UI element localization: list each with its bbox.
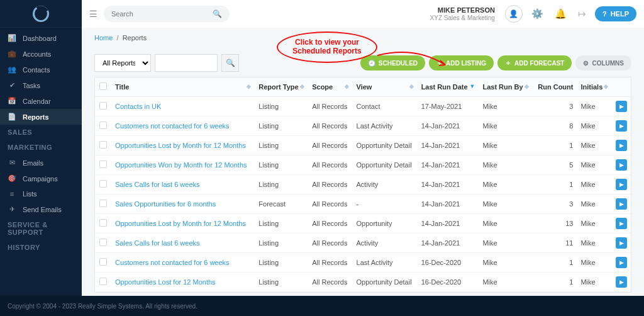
run-report-button[interactable]: ▶ — [616, 257, 627, 268]
cell-date: 14-Jan-2021 — [418, 195, 479, 214]
row-checkbox[interactable] — [99, 219, 107, 227]
cell-view: Opportunity Detail — [353, 155, 418, 175]
run-report-button[interactable]: ▶ — [616, 237, 627, 249]
cell-initials: Mike — [577, 195, 612, 214]
run-report-button[interactable]: ▶ — [616, 276, 627, 288]
sidebar-item-contacts[interactable]: 👥Contacts — [0, 62, 82, 77]
user-info[interactable]: MIKE PETERSON XYZ Sales & Marketing — [430, 6, 495, 21]
search-input[interactable] — [111, 10, 213, 18]
cell-date: 14-Jan-2021 — [418, 234, 479, 253]
col-report-type[interactable]: Report Type◆ — [255, 77, 308, 97]
row-checkbox[interactable] — [99, 141, 107, 149]
filter-search-button[interactable]: 🔍 — [221, 54, 239, 72]
run-report-button[interactable]: ▶ — [616, 198, 627, 210]
cell-initials: Mike — [577, 155, 612, 175]
row-checkbox[interactable] — [99, 239, 107, 246]
cell-view: Last Activity — [353, 116, 418, 136]
report-title-link[interactable]: Sales Calls for last 6 weeks — [115, 181, 200, 188]
report-title-link[interactable]: Opportunities Lost by Month for 12 Month… — [115, 220, 246, 227]
report-title-link[interactable]: Customers not contacted for 6 weeks — [115, 122, 230, 130]
row-checkbox[interactable] — [99, 278, 107, 285]
cell-scope: All Records — [308, 195, 352, 214]
run-report-button[interactable]: ▶ — [616, 101, 627, 112]
sidebar-item-emails[interactable]: ✉Emails — [0, 155, 82, 171]
sidebar-item-accounts[interactable]: 💼Accounts — [0, 46, 82, 62]
mail-icon: ✉ — [8, 159, 16, 167]
cell-type: Listing — [255, 273, 308, 292]
cell-count: 1 — [533, 175, 577, 195]
cell-scope: All Records — [308, 155, 352, 175]
row-checkbox[interactable] — [99, 161, 107, 168]
row-checkbox[interactable] — [99, 200, 107, 207]
sidebar-item-dashboard[interactable]: 📊Dashboard — [0, 30, 82, 46]
cell-scope: All Records — [308, 136, 352, 155]
sidebar-item-reports[interactable]: 📄Reports — [0, 109, 82, 125]
hamburger-icon[interactable]: ☰ — [89, 9, 97, 19]
table-row: Sales Calls for last 6 weeksListingAll R… — [95, 175, 631, 195]
search-icon: 🔍 — [213, 9, 222, 18]
cell-view: Activity — [353, 175, 418, 195]
sidebar-item-lists[interactable]: ≡Lists — [0, 186, 82, 201]
bell-icon[interactable]: 🔔 — [552, 8, 569, 20]
add-listing-button[interactable]: ＋ ADD LISTING — [429, 55, 494, 71]
report-title-link[interactable]: Customers not contacted for 6 weeks — [115, 259, 230, 266]
columns-button[interactable]: ⚙ COLUMNS — [575, 55, 631, 71]
report-title-link[interactable]: Sales Calls for last 6 weeks — [115, 239, 200, 247]
report-filter-select[interactable]: All Reports — [94, 54, 151, 72]
sidebar-item-calendar[interactable]: 📅Calendar — [0, 93, 82, 109]
sidebar-item-send-emails[interactable]: ✈Send Emails — [0, 201, 82, 217]
select-all-checkbox[interactable] — [99, 82, 107, 90]
settings-icon[interactable]: ⚙️ — [529, 8, 546, 20]
add-forecast-button[interactable]: ＋ ADD FORECAST — [497, 55, 572, 71]
run-report-button[interactable]: ▶ — [616, 159, 627, 171]
cell-scope: All Records — [308, 273, 352, 292]
cell-count: 13 — [533, 214, 577, 234]
col-last-run-date[interactable]: Last Run Date▼ — [418, 77, 479, 97]
col-initials[interactable]: Initials◆ — [577, 77, 612, 97]
cell-date: 14-Jan-2021 — [418, 116, 479, 136]
row-checkbox[interactable] — [99, 121, 107, 129]
sidebar-item-campaigns[interactable]: 🎯Campaigns — [0, 171, 82, 186]
run-report-button[interactable]: ▶ — [616, 140, 627, 151]
sidebar-item-label: Tasks — [23, 82, 40, 89]
col-view[interactable]: View◆ — [353, 77, 418, 97]
user-org: XYZ Sales & Marketing — [430, 14, 495, 21]
cell-initials: Mike — [577, 253, 612, 273]
sidebar-item-label: Dashboard — [23, 35, 57, 42]
cell-by: Mike — [479, 214, 533, 234]
dash-icon: 📊 — [8, 34, 16, 42]
report-title-link[interactable]: Sales Opportunities for 6 months — [115, 200, 216, 208]
report-title-link[interactable]: Opportunities Lost by Month for 12 Month… — [115, 142, 246, 149]
help-button[interactable]: ? HELP — [595, 6, 636, 21]
report-title-link[interactable]: Contacts in UK — [115, 103, 161, 110]
global-search[interactable]: 🔍 — [104, 6, 230, 22]
logout-icon[interactable]: ↦ — [575, 8, 589, 20]
run-report-button[interactable]: ▶ — [616, 120, 627, 132]
sidebar-item-label: Campaigns — [23, 175, 58, 183]
cell-initials: Mike — [577, 214, 612, 234]
run-report-button[interactable]: ▶ — [616, 179, 627, 190]
col-title[interactable]: Title◆ — [111, 77, 255, 97]
cell-date: 14-Jan-2021 — [418, 136, 479, 155]
cell-count: 8 — [533, 116, 577, 136]
sidebar-item-label: Send Emails — [23, 206, 62, 213]
footer: Copyright © 2004 - 2023 Really Simple Sy… — [0, 296, 644, 316]
report-title-link[interactable]: Opportunities Won by Month for 12 Months — [115, 161, 247, 169]
breadcrumb-home[interactable]: Home — [94, 34, 113, 42]
filter-search-input[interactable] — [155, 54, 218, 72]
cell-initials: Mike — [577, 273, 612, 292]
avatar[interactable]: 👤 — [505, 5, 523, 23]
col-last-run-by[interactable]: Last Run By◆ — [479, 77, 533, 97]
run-report-button[interactable]: ▶ — [616, 218, 627, 229]
breadcrumb: Home / Reports — [94, 34, 631, 42]
row-checkbox[interactable] — [99, 102, 107, 110]
scheduled-button[interactable]: 🕘 SCHEDULED — [360, 55, 425, 71]
col-scope[interactable]: Scope◆ — [308, 77, 352, 97]
list-icon: ≡ — [8, 190, 16, 198]
cell-by: Mike — [479, 253, 533, 273]
row-checkbox[interactable] — [99, 180, 107, 188]
row-checkbox[interactable] — [99, 258, 107, 266]
sidebar-item-tasks[interactable]: ✔Tasks — [0, 77, 82, 93]
report-title-link[interactable]: Opportunities Lost for 12 Months — [115, 278, 216, 286]
col-run-count[interactable]: Run Count — [533, 77, 577, 97]
